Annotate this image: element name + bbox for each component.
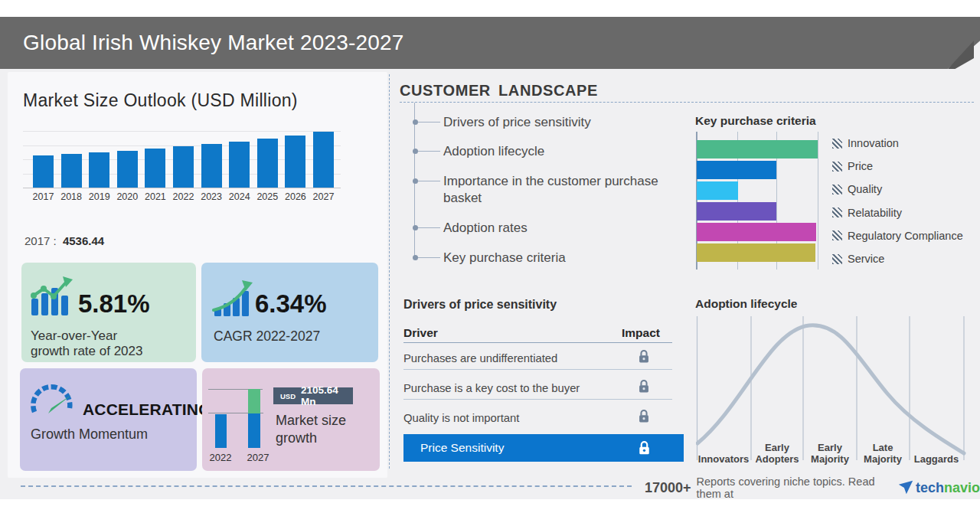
momentum-value: ACCELERATING (83, 400, 211, 419)
market-size-bar-2020 (117, 151, 138, 188)
bar-trend-zigzag-icon (29, 276, 74, 317)
market-size-bar-2019 (89, 152, 109, 188)
market-size-bar-2025 (257, 139, 278, 188)
key-purchase-chart (696, 132, 820, 270)
hatched-swatch-icon (832, 230, 842, 240)
hatched-swatch-icon (832, 254, 842, 264)
adoption-title: Adoption lifecycle (695, 297, 798, 311)
report-count: 17000+ (645, 480, 691, 496)
landscape-connector (417, 181, 440, 181)
criteria-bar-relatability (697, 202, 776, 221)
yoy-caption: Year-over-Year growth rate of 2023 (31, 328, 142, 359)
impact-lock (638, 409, 650, 426)
legend-item-price: Price (832, 155, 873, 178)
adoption-stage-0: Innovators (697, 453, 750, 465)
page-title: Global Irish Whiskey Market 2023-2027 (23, 17, 404, 69)
brand-tech: tech (916, 480, 944, 496)
market-size-bar-chart (23, 129, 341, 188)
legend-label: Quality (848, 183, 882, 195)
hatched-swatch-icon (832, 139, 842, 149)
brand-navio: navio (944, 480, 980, 496)
adoption-stage-4: Laggards (910, 453, 963, 465)
row-separator (403, 399, 672, 400)
legend-item-relatability: Relatability (832, 201, 902, 224)
year-label-2027: 2027 (310, 191, 338, 202)
year-label-2022: 2022 (170, 191, 198, 202)
market-size-bar-2027 (313, 132, 334, 188)
legend-label: Relatability (848, 207, 902, 219)
bell-curve (697, 325, 964, 453)
yoy-value: 5.81% (78, 289, 150, 319)
mini-bar-2022 (215, 414, 227, 448)
criteria-bar-innovation (697, 140, 818, 158)
criteria-bar-price (697, 161, 776, 179)
impact-lock (638, 349, 650, 367)
legend-item-quality: Quality (832, 178, 882, 201)
legend-item-innovation: Innovation (832, 132, 899, 155)
landscape-connector (417, 257, 440, 258)
market-size-bar-2026 (285, 136, 305, 188)
base-year-label: 2017 : (24, 234, 57, 247)
hatched-swatch-icon (832, 207, 842, 217)
cagr-caption: CAGR 2022-2027 (214, 328, 320, 344)
criteria-bar-service (697, 243, 815, 262)
footer-dashed-line (21, 485, 632, 487)
landscape-node-dot (413, 119, 418, 125)
year-label-2018: 2018 (57, 191, 85, 202)
column-header-driver: Driver (403, 326, 438, 340)
year-label-2019: 2019 (86, 191, 113, 202)
market-size-bar-2023 (201, 144, 222, 188)
lock-icon (638, 379, 650, 394)
driver-row: Quality is not important (403, 412, 672, 424)
growth-momentum-card: ACCELERATING Growth Momentum (20, 368, 197, 471)
adoption-stage-2: EarlyMajority (803, 442, 857, 465)
momentum-caption: Growth Momentum (31, 426, 148, 442)
technavio-logo[interactable]: tech navio (898, 480, 980, 496)
year-label-2017: 2017 (30, 191, 57, 202)
footer-text: Reports covering niche topics. Read them… (697, 475, 890, 500)
base-year-value: 2017 : 4536.44 (24, 234, 104, 247)
market-size-bar-2017 (33, 155, 54, 188)
column-header-impact: Impact (622, 326, 660, 340)
mini-year-start: 2022 (205, 452, 236, 463)
gridline (818, 132, 818, 270)
market-size-year-labels: 2017201820192020202120222023202420252026… (23, 191, 341, 204)
landscape-node-dot (413, 255, 418, 260)
landscape-node-dot (413, 178, 418, 184)
year-label-2024: 2024 (226, 191, 253, 202)
landscape-item: Adoption lifecycle (443, 143, 696, 160)
landscape-connector (417, 227, 440, 228)
year-label-2026: 2026 (282, 191, 309, 202)
technavio-plane-icon (898, 480, 913, 495)
yoy-caption-line1: Year-over-Year (31, 328, 142, 344)
landscape-item: Importance in the customer purchase bask… (443, 173, 696, 207)
top-strip (0, 0, 980, 17)
driver-row: Purchase is a key cost to the buyer (403, 382, 672, 394)
hatched-swatch-icon (832, 185, 842, 194)
mini-bar-2027-base (248, 413, 260, 448)
growth-caption-line2: growth (276, 430, 346, 447)
lock-icon (638, 409, 650, 423)
hatched-swatch-icon (832, 162, 842, 172)
driver-row: Purchases are undifferentiated (403, 352, 672, 364)
bar-trend-curve-icon (212, 279, 253, 316)
legend-label: Innovation (848, 137, 899, 149)
adoption-stage-3: LateMajority (856, 442, 910, 465)
year-label-2021: 2021 (142, 191, 169, 202)
bottom-strip (0, 499, 980, 513)
growth-caption: Market size growth (276, 412, 346, 447)
x-axis (23, 188, 341, 188)
year-label-2023: 2023 (198, 191, 225, 202)
yoy-growth-card: 5.81% Year-over-Year growth rate of 2023 (21, 263, 196, 362)
section-divider (389, 74, 390, 469)
impact-lock (638, 379, 650, 397)
adoption-stage-1: EarlyAdopters (750, 442, 804, 465)
price-sensitivity-highlight-row: Price Sensitivity (403, 434, 684, 462)
customer-landscape-underline (400, 102, 974, 103)
speedometer-icon (29, 381, 75, 419)
landscape-connector (417, 122, 440, 123)
highlight-label: Price Sensitivity (420, 441, 504, 455)
market-outlook-title: Market Size Outlook (USD Million) (23, 90, 298, 111)
market-size-bar-2018 (61, 154, 82, 188)
customer-landscape-title: CUSTOMER LANDSCAPE (400, 82, 598, 100)
